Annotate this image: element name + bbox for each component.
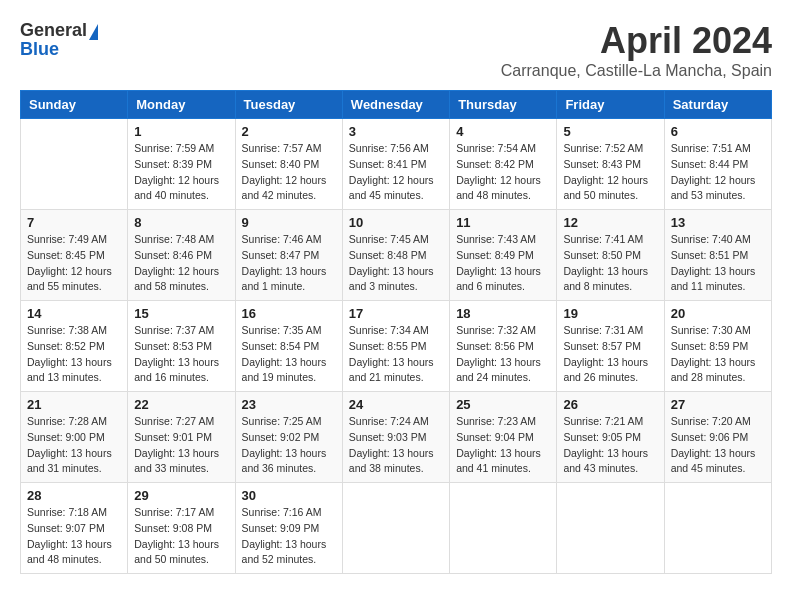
calendar-day-cell: 13Sunrise: 7:40 AM Sunset: 8:51 PM Dayli… [664, 210, 771, 301]
header: General Blue April 2024 Carranque, Casti… [20, 20, 772, 80]
day-info: Sunrise: 7:46 AM Sunset: 8:47 PM Dayligh… [242, 232, 336, 295]
calendar-day-cell: 12Sunrise: 7:41 AM Sunset: 8:50 PM Dayli… [557, 210, 664, 301]
day-number: 23 [242, 397, 336, 412]
calendar-day-cell: 9Sunrise: 7:46 AM Sunset: 8:47 PM Daylig… [235, 210, 342, 301]
calendar-week-row: 21Sunrise: 7:28 AM Sunset: 9:00 PM Dayli… [21, 392, 772, 483]
calendar-day-cell: 22Sunrise: 7:27 AM Sunset: 9:01 PM Dayli… [128, 392, 235, 483]
calendar-day-cell: 26Sunrise: 7:21 AM Sunset: 9:05 PM Dayli… [557, 392, 664, 483]
calendar-day-cell [557, 483, 664, 574]
day-number: 25 [456, 397, 550, 412]
calendar-day-cell: 28Sunrise: 7:18 AM Sunset: 9:07 PM Dayli… [21, 483, 128, 574]
day-number: 17 [349, 306, 443, 321]
calendar-day-cell: 27Sunrise: 7:20 AM Sunset: 9:06 PM Dayli… [664, 392, 771, 483]
calendar-day-cell: 1Sunrise: 7:59 AM Sunset: 8:39 PM Daylig… [128, 119, 235, 210]
day-number: 11 [456, 215, 550, 230]
calendar-day-cell: 20Sunrise: 7:30 AM Sunset: 8:59 PM Dayli… [664, 301, 771, 392]
day-info: Sunrise: 7:41 AM Sunset: 8:50 PM Dayligh… [563, 232, 657, 295]
day-info: Sunrise: 7:59 AM Sunset: 8:39 PM Dayligh… [134, 141, 228, 204]
day-number: 18 [456, 306, 550, 321]
calendar-day-cell: 30Sunrise: 7:16 AM Sunset: 9:09 PM Dayli… [235, 483, 342, 574]
calendar-header-cell: Friday [557, 91, 664, 119]
calendar-header-cell: Thursday [450, 91, 557, 119]
calendar-day-cell: 21Sunrise: 7:28 AM Sunset: 9:00 PM Dayli… [21, 392, 128, 483]
day-number: 22 [134, 397, 228, 412]
calendar-header-cell: Monday [128, 91, 235, 119]
calendar-header-cell: Tuesday [235, 91, 342, 119]
day-info: Sunrise: 7:18 AM Sunset: 9:07 PM Dayligh… [27, 505, 121, 568]
calendar-week-row: 14Sunrise: 7:38 AM Sunset: 8:52 PM Dayli… [21, 301, 772, 392]
day-number: 15 [134, 306, 228, 321]
calendar-day-cell: 11Sunrise: 7:43 AM Sunset: 8:49 PM Dayli… [450, 210, 557, 301]
calendar-day-cell: 10Sunrise: 7:45 AM Sunset: 8:48 PM Dayli… [342, 210, 449, 301]
day-number: 9 [242, 215, 336, 230]
day-info: Sunrise: 7:24 AM Sunset: 9:03 PM Dayligh… [349, 414, 443, 477]
calendar-day-cell: 24Sunrise: 7:24 AM Sunset: 9:03 PM Dayli… [342, 392, 449, 483]
day-info: Sunrise: 7:49 AM Sunset: 8:45 PM Dayligh… [27, 232, 121, 295]
calendar-week-row: 28Sunrise: 7:18 AM Sunset: 9:07 PM Dayli… [21, 483, 772, 574]
main-title: April 2024 [501, 20, 772, 62]
day-number: 16 [242, 306, 336, 321]
day-number: 27 [671, 397, 765, 412]
day-info: Sunrise: 7:52 AM Sunset: 8:43 PM Dayligh… [563, 141, 657, 204]
logo-triangle-icon [89, 24, 98, 40]
day-info: Sunrise: 7:54 AM Sunset: 8:42 PM Dayligh… [456, 141, 550, 204]
logo-general-text: General [20, 20, 87, 41]
day-info: Sunrise: 7:37 AM Sunset: 8:53 PM Dayligh… [134, 323, 228, 386]
day-number: 14 [27, 306, 121, 321]
day-number: 26 [563, 397, 657, 412]
day-info: Sunrise: 7:16 AM Sunset: 9:09 PM Dayligh… [242, 505, 336, 568]
calendar-day-cell: 19Sunrise: 7:31 AM Sunset: 8:57 PM Dayli… [557, 301, 664, 392]
calendar-header-cell: Sunday [21, 91, 128, 119]
calendar-header-cell: Wednesday [342, 91, 449, 119]
day-number: 13 [671, 215, 765, 230]
calendar-day-cell: 6Sunrise: 7:51 AM Sunset: 8:44 PM Daylig… [664, 119, 771, 210]
day-info: Sunrise: 7:38 AM Sunset: 8:52 PM Dayligh… [27, 323, 121, 386]
day-info: Sunrise: 7:30 AM Sunset: 8:59 PM Dayligh… [671, 323, 765, 386]
day-info: Sunrise: 7:28 AM Sunset: 9:00 PM Dayligh… [27, 414, 121, 477]
day-number: 19 [563, 306, 657, 321]
day-info: Sunrise: 7:56 AM Sunset: 8:41 PM Dayligh… [349, 141, 443, 204]
day-info: Sunrise: 7:27 AM Sunset: 9:01 PM Dayligh… [134, 414, 228, 477]
calendar-day-cell: 23Sunrise: 7:25 AM Sunset: 9:02 PM Dayli… [235, 392, 342, 483]
day-info: Sunrise: 7:32 AM Sunset: 8:56 PM Dayligh… [456, 323, 550, 386]
day-info: Sunrise: 7:35 AM Sunset: 8:54 PM Dayligh… [242, 323, 336, 386]
day-number: 28 [27, 488, 121, 503]
calendar-day-cell: 8Sunrise: 7:48 AM Sunset: 8:46 PM Daylig… [128, 210, 235, 301]
day-info: Sunrise: 7:48 AM Sunset: 8:46 PM Dayligh… [134, 232, 228, 295]
calendar-day-cell: 18Sunrise: 7:32 AM Sunset: 8:56 PM Dayli… [450, 301, 557, 392]
calendar-body: 1Sunrise: 7:59 AM Sunset: 8:39 PM Daylig… [21, 119, 772, 574]
day-number: 21 [27, 397, 121, 412]
day-info: Sunrise: 7:34 AM Sunset: 8:55 PM Dayligh… [349, 323, 443, 386]
day-info: Sunrise: 7:25 AM Sunset: 9:02 PM Dayligh… [242, 414, 336, 477]
logo: General Blue [20, 20, 98, 60]
calendar-day-cell: 25Sunrise: 7:23 AM Sunset: 9:04 PM Dayli… [450, 392, 557, 483]
day-number: 30 [242, 488, 336, 503]
calendar-day-cell: 4Sunrise: 7:54 AM Sunset: 8:42 PM Daylig… [450, 119, 557, 210]
calendar-day-cell [450, 483, 557, 574]
day-number: 3 [349, 124, 443, 139]
day-number: 7 [27, 215, 121, 230]
calendar-day-cell [21, 119, 128, 210]
calendar-day-cell: 3Sunrise: 7:56 AM Sunset: 8:41 PM Daylig… [342, 119, 449, 210]
calendar-day-cell [664, 483, 771, 574]
day-info: Sunrise: 7:40 AM Sunset: 8:51 PM Dayligh… [671, 232, 765, 295]
calendar-day-cell [342, 483, 449, 574]
day-number: 10 [349, 215, 443, 230]
day-info: Sunrise: 7:43 AM Sunset: 8:49 PM Dayligh… [456, 232, 550, 295]
day-info: Sunrise: 7:51 AM Sunset: 8:44 PM Dayligh… [671, 141, 765, 204]
calendar-day-cell: 2Sunrise: 7:57 AM Sunset: 8:40 PM Daylig… [235, 119, 342, 210]
calendar-day-cell: 17Sunrise: 7:34 AM Sunset: 8:55 PM Dayli… [342, 301, 449, 392]
day-info: Sunrise: 7:23 AM Sunset: 9:04 PM Dayligh… [456, 414, 550, 477]
day-number: 29 [134, 488, 228, 503]
subtitle: Carranque, Castille-La Mancha, Spain [501, 62, 772, 80]
day-number: 8 [134, 215, 228, 230]
day-info: Sunrise: 7:20 AM Sunset: 9:06 PM Dayligh… [671, 414, 765, 477]
day-number: 20 [671, 306, 765, 321]
logo-blue-text: Blue [20, 39, 59, 60]
calendar-day-cell: 29Sunrise: 7:17 AM Sunset: 9:08 PM Dayli… [128, 483, 235, 574]
calendar-day-cell: 5Sunrise: 7:52 AM Sunset: 8:43 PM Daylig… [557, 119, 664, 210]
day-info: Sunrise: 7:17 AM Sunset: 9:08 PM Dayligh… [134, 505, 228, 568]
calendar-week-row: 7Sunrise: 7:49 AM Sunset: 8:45 PM Daylig… [21, 210, 772, 301]
day-number: 6 [671, 124, 765, 139]
day-number: 4 [456, 124, 550, 139]
